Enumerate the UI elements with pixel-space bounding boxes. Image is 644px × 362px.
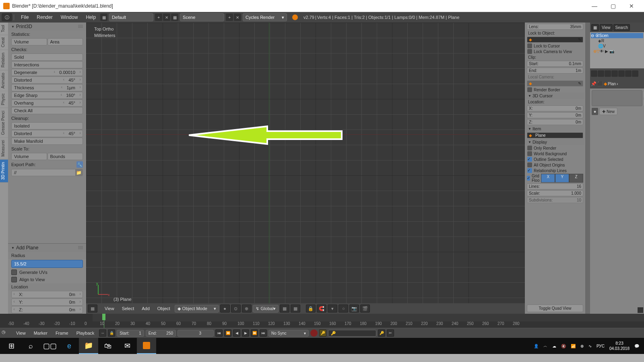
volume-icon[interactable]: 🔇 <box>561 344 566 348</box>
layers-1-icon[interactable]: ▦ <box>280 304 289 313</box>
insert-key-icon[interactable]: 🔑 <box>378 329 385 337</box>
proportional-icon[interactable]: ○ <box>339 304 348 313</box>
breadcrumb-object[interactable]: Plan <box>608 82 616 86</box>
vtab-relation[interactable]: Relation <box>0 50 8 70</box>
snap-icon[interactable]: 🧲 <box>317 304 326 313</box>
vp-menu-select[interactable]: Select <box>119 306 138 311</box>
outliner-view[interactable]: View <box>600 24 613 31</box>
material-slots[interactable]: + − <box>592 90 642 106</box>
layout-dropdown[interactable]: Default <box>109 13 153 21</box>
wifi-icon[interactable]: 📶 <box>571 344 576 348</box>
grid-x[interactable]: X <box>541 174 555 183</box>
n-panel-scrollbar[interactable] <box>585 23 590 314</box>
new-material-button[interactable]: ✚New <box>599 108 617 115</box>
3d-cursor-header[interactable]: 3D Cursor <box>526 93 584 99</box>
edge-icon[interactable]: e <box>60 338 79 354</box>
pivot-icon[interactable]: ⊙ <box>231 304 241 313</box>
manipulator-icon[interactable]: ⊕ <box>242 304 252 313</box>
timeline-editor-icon[interactable]: ◷ <box>2 329 11 337</box>
render-border-check[interactable]: Render Border <box>526 87 584 93</box>
menu-window[interactable]: Window <box>57 13 82 22</box>
display-header[interactable]: Display <box>526 139 584 145</box>
cursor-z[interactable]: Z:0m <box>527 119 583 125</box>
loc-x-field[interactable]: ‹X:0m› <box>11 291 83 298</box>
loc-z-field[interactable]: ‹Z:0m› <box>11 306 83 313</box>
scene-browse-icon[interactable]: ▦ <box>171 14 178 21</box>
world-tab-icon[interactable] <box>618 70 625 77</box>
generate-uvs-checkbox[interactable]: Generate UVs <box>8 269 86 276</box>
vtab-physics[interactable]: Physic <box>0 91 8 108</box>
area-button[interactable]: Area <box>47 38 83 45</box>
render-icon[interactable]: 📷 <box>349 304 359 313</box>
constraint-tab-icon[interactable] <box>632 70 638 77</box>
local-camera-field[interactable]: ◆✎ <box>527 80 583 86</box>
lock-camera-check[interactable]: Lock Camera to View <box>526 49 584 54</box>
breadcrumb-icon[interactable]: ⬛ <box>597 81 603 86</box>
vtab-animation[interactable]: Animatio <box>0 70 8 91</box>
end-frame-field[interactable]: End:250 <box>146 330 176 337</box>
export-settings-icon[interactable]: 🔧 <box>76 161 83 168</box>
lines-field[interactable]: Lines:16 <box>527 183 583 189</box>
degenerate-field[interactable]: Degenerate‹0.00010› <box>11 69 83 76</box>
make-manifold-button[interactable]: Make Manifold <box>11 138 83 145</box>
add-layout-icon[interactable]: + <box>155 14 162 21</box>
distorted2-field[interactable]: Distorted‹45°› <box>11 130 83 137</box>
orientation-dropdown[interactable]: ↯ Global ▾ <box>253 305 279 313</box>
onedrive-icon[interactable]: ☁ <box>552 344 556 348</box>
vp-menu-view[interactable]: View <box>101 306 118 311</box>
cursor-y[interactable]: Y:0m <box>527 112 583 118</box>
blender-taskbar-icon[interactable] <box>137 338 156 354</box>
world-bg-check[interactable]: World Background <box>526 151 584 156</box>
menu-help[interactable]: Help <box>82 13 100 22</box>
vtab-grease-pencil[interactable]: Grease Penci <box>0 108 8 138</box>
clock[interactable]: 8:23 04.03.2018 <box>609 341 630 351</box>
overhang-field[interactable]: Overhang‹45°› <box>11 99 83 107</box>
mode-dropdown[interactable]: ◆ Object Mode ▾ <box>175 305 219 313</box>
layout-browse-icon[interactable]: ▦ <box>100 14 107 21</box>
tl-menu-marker[interactable]: Marker <box>31 331 51 335</box>
tl-menu-frame[interactable]: Frame <box>52 331 72 335</box>
render-tab-icon[interactable] <box>598 70 604 77</box>
autokey-record-icon[interactable] <box>310 329 318 337</box>
minimize-button[interactable]: — <box>585 0 604 12</box>
vtab-tool[interactable]: Tool <box>0 23 8 35</box>
loc-y-field[interactable]: ‹Y:0m› <box>11 298 83 306</box>
outliner-editor-icon[interactable]: ▦ <box>591 24 599 31</box>
export-path-field[interactable]: //📁 <box>11 169 83 176</box>
delete-layout-icon[interactable]: ✕ <box>163 14 170 21</box>
range-icon[interactable]: ↔ <box>99 329 106 337</box>
start-frame-field[interactable]: Start:1 <box>117 330 144 337</box>
menu-file[interactable]: File <box>17 13 33 22</box>
lens-field[interactable]: Lens:35mm <box>527 24 583 30</box>
vtab-measure[interactable]: Measurei <box>0 138 8 159</box>
keying-set-field[interactable]: 🔑 <box>328 330 376 337</box>
defender-icon[interactable]: ⊕ <box>580 344 584 348</box>
tl-menu-view[interactable]: View <box>13 331 29 335</box>
scene-dropdown[interactable]: Scene <box>180 13 224 21</box>
vp-menu-object[interactable]: Object <box>154 306 173 311</box>
notifications-icon[interactable]: 💬 <box>634 344 639 348</box>
store-icon[interactable]: 🛍 <box>98 338 118 354</box>
search-icon[interactable]: ⌕ <box>21 338 40 354</box>
shading-icon[interactable]: ● <box>220 304 230 313</box>
properties-editor-icon[interactable] <box>591 70 597 77</box>
vtab-3d-printing[interactable]: 3D Printin <box>0 160 8 183</box>
volume-button[interactable]: Volume <box>11 38 47 45</box>
layers-tab-icon[interactable] <box>605 70 611 77</box>
sync-dropdown[interactable]: No Sync▾ <box>268 330 309 337</box>
vtab-create[interactable]: Creat <box>0 35 8 50</box>
scale-volume-button[interactable]: Volume <box>11 153 47 160</box>
add-scene-icon[interactable]: + <box>226 14 233 21</box>
current-frame-field[interactable]: 3 <box>178 330 214 337</box>
delete-scene-icon[interactable]: ✕ <box>234 14 241 21</box>
bandwidth-icon[interactable]: ∿ <box>588 344 592 348</box>
mail-icon[interactable]: ✉ <box>118 338 137 354</box>
pin-icon[interactable]: 📌 <box>591 81 597 86</box>
edgesharp-field[interactable]: Edge Sharp‹160°› <box>11 92 83 99</box>
align-view-checkbox[interactable]: Align to View <box>8 276 86 283</box>
outliner-tree[interactable]: ⊖ ⦿ Scen ◈ R 🌐 V ⊕▽ 👁 ▶ 📷 <box>590 32 644 68</box>
start-button[interactable]: ⊞ <box>2 338 21 354</box>
lock-icon[interactable]: 🔒 <box>306 304 316 313</box>
tray-up-icon[interactable]: ︿ <box>543 343 547 349</box>
language-indicator[interactable]: РУС <box>597 344 605 348</box>
